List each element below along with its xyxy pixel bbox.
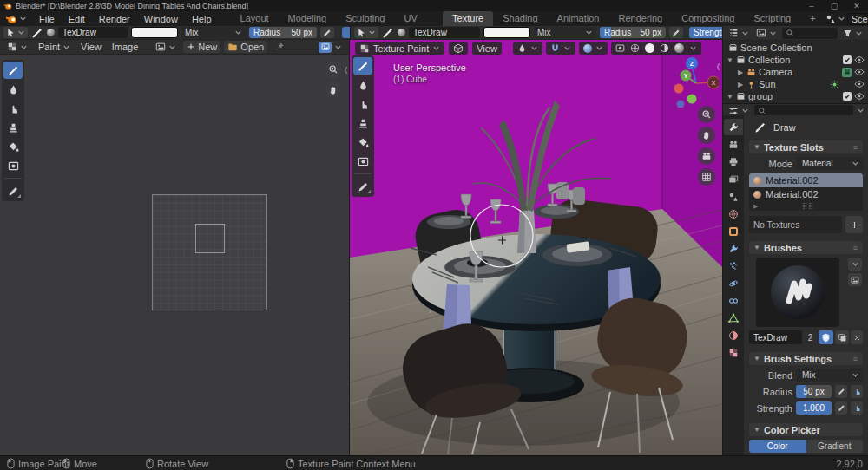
tab-rendering[interactable]: Rendering — [608, 11, 672, 26]
radius-pressure-button[interactable] — [669, 27, 683, 38]
active-tool-selector[interactable] — [3, 27, 28, 38]
annotate-tool-button[interactable] — [353, 178, 372, 195]
tab-animation[interactable]: Animation — [548, 11, 609, 26]
brush-color-swatch[interactable] — [483, 27, 530, 38]
radius-pressure-icon[interactable] — [851, 385, 863, 398]
draw-tool-button[interactable] — [353, 57, 372, 75]
tab-constraints[interactable] — [724, 292, 743, 309]
tab-scripting[interactable]: Scripting — [744, 11, 800, 26]
active-tool-selector[interactable] — [354, 27, 378, 38]
zoom-icon[interactable] — [325, 61, 342, 78]
blend-mode-dropdown[interactable]: Mix — [181, 27, 246, 38]
editor-type-button[interactable] — [3, 41, 31, 53]
image-datablock-dropdown[interactable] — [152, 41, 180, 53]
eye-icon[interactable] — [854, 79, 865, 89]
menu-window[interactable]: Window — [137, 14, 185, 24]
tab-render[interactable] — [724, 136, 743, 153]
disclosure-triangle[interactable]: ▼ — [727, 56, 733, 64]
duplicate-brush-icon[interactable] — [835, 330, 849, 344]
brushes-panel-header[interactable]: ▼ Brushes ≡ — [749, 241, 863, 254]
radius-pressure-button[interactable] — [320, 27, 334, 38]
list-resize-grip[interactable]: ⣿⣿ — [758, 202, 858, 210]
radius-slider[interactable]: Radius 50 px — [600, 27, 666, 38]
strength-pressure-icon[interactable] — [851, 401, 863, 415]
clone-tool-button[interactable] — [3, 119, 23, 136]
tab-view-layer[interactable] — [724, 171, 743, 187]
viewport-scene[interactable] — [350, 40, 722, 455]
snap-dropdown[interactable] — [546, 42, 575, 55]
fake-user-shield-icon[interactable] — [819, 330, 833, 344]
strength-slider[interactable]: Strength — [689, 27, 722, 38]
disclosure-triangle[interactable]: ▶ — [737, 81, 744, 88]
tab-uv-editing[interactable]: UV Editing — [394, 11, 443, 26]
material-slot-row[interactable]: Material.002 — [749, 173, 863, 187]
mask-tool-button[interactable] — [353, 153, 372, 170]
eye-icon[interactable] — [854, 55, 865, 65]
menu-render[interactable]: Render — [92, 14, 137, 24]
proportional-edit-dropdown[interactable] — [579, 42, 608, 55]
brush-user-count[interactable]: 2 — [804, 330, 817, 344]
texture-slots-panel-header[interactable]: ▼ Texture Slots ≡ — [749, 140, 863, 153]
tab-object-data[interactable] — [724, 310, 743, 326]
sun-icon[interactable] — [830, 80, 839, 89]
menu-help[interactable]: Help — [185, 14, 219, 24]
brush-preview[interactable] — [756, 258, 839, 327]
brush-settings-panel-header[interactable]: ▼ Brush Settings ≡ — [749, 352, 863, 365]
tab-texture-paint[interactable]: Texture Paint — [443, 11, 493, 26]
menu-file[interactable]: File — [32, 14, 62, 24]
tab-scene[interactable] — [724, 188, 743, 205]
strength-slider-clipped[interactable] — [342, 27, 350, 38]
radius-eyedrop-icon[interactable] — [835, 385, 847, 398]
brush-preview-dot[interactable] — [398, 29, 405, 36]
fill-tool-button[interactable] — [3, 138, 23, 155]
tab-layout[interactable]: Layout — [231, 11, 279, 26]
view-menu[interactable]: View — [77, 41, 105, 53]
brush-preset-dropdown[interactable] — [848, 258, 862, 271]
ortho-toggle-button[interactable] — [698, 168, 715, 186]
outliner-row-scene-collection[interactable]: Scene Collection — [723, 42, 868, 54]
radius-slider[interactable]: Radius 50 px — [249, 27, 317, 38]
open-image-button[interactable]: Open — [224, 41, 267, 53]
minimize-button[interactable]: – — [800, 2, 823, 10]
tab-tool[interactable] — [724, 119, 743, 135]
exclude-checkbox[interactable] — [843, 55, 852, 64]
eye-icon[interactable] — [854, 91, 865, 101]
add-texture-slot-button[interactable] — [845, 216, 863, 233]
annotate-tool-button[interactable] — [3, 182, 23, 199]
eye-icon[interactable] — [854, 67, 865, 77]
shading-solid-button[interactable] — [645, 43, 654, 53]
brush-color-swatch[interactable] — [131, 27, 178, 38]
pin-icon[interactable] — [274, 42, 285, 52]
menu-edit[interactable]: Edit — [62, 14, 92, 24]
draw-tool-button[interactable] — [3, 62, 23, 79]
tab-object[interactable] — [724, 223, 743, 239]
tab-particles[interactable] — [724, 258, 743, 274]
outliner-row-sun[interactable]: ▶ Sun — [723, 78, 868, 90]
brush-name-field[interactable]: TexDraw — [58, 27, 128, 38]
tab-sculpting[interactable]: Sculpting — [336, 11, 394, 26]
fill-tool-button[interactable] — [353, 134, 372, 151]
tab-output[interactable] — [724, 153, 743, 170]
camera-view-button[interactable] — [698, 147, 715, 165]
smear-tool-button[interactable] — [353, 95, 372, 113]
outliner-scope-dropdown[interactable] — [754, 27, 779, 39]
material-slot-row[interactable]: Material.002 — [749, 187, 863, 201]
visibility-dropdown[interactable] — [513, 42, 542, 55]
strength-slider[interactable]: 1.000 — [796, 401, 832, 415]
exclude-checkbox[interactable] — [843, 92, 852, 101]
view-menu[interactable]: View — [472, 42, 502, 55]
brush-name-field[interactable]: TexDraw — [409, 27, 480, 38]
strength-eyedrop-icon[interactable] — [835, 401, 847, 415]
shading-material-button[interactable] — [660, 43, 669, 53]
navigate-zoom-button[interactable] — [698, 106, 715, 123]
navigation-axis-gizmo[interactable]: Z X Y — [670, 54, 719, 108]
color-picker-panel-header[interactable]: ▼ Color Picker — [749, 423, 863, 436]
app-menu-button[interactable] — [0, 13, 32, 25]
tab-add-workspace[interactable]: + — [800, 11, 825, 26]
disclosure-triangle[interactable]: ▼ — [727, 93, 733, 101]
slot-mode-dropdown[interactable]: Material — [796, 157, 863, 170]
region-toggle-arrow[interactable]: ❬ — [343, 66, 349, 74]
image-settings-button[interactable] — [315, 41, 345, 53]
new-image-button[interactable]: New — [183, 41, 220, 53]
outliner-row-collection[interactable]: ▼ Collection — [723, 54, 868, 66]
